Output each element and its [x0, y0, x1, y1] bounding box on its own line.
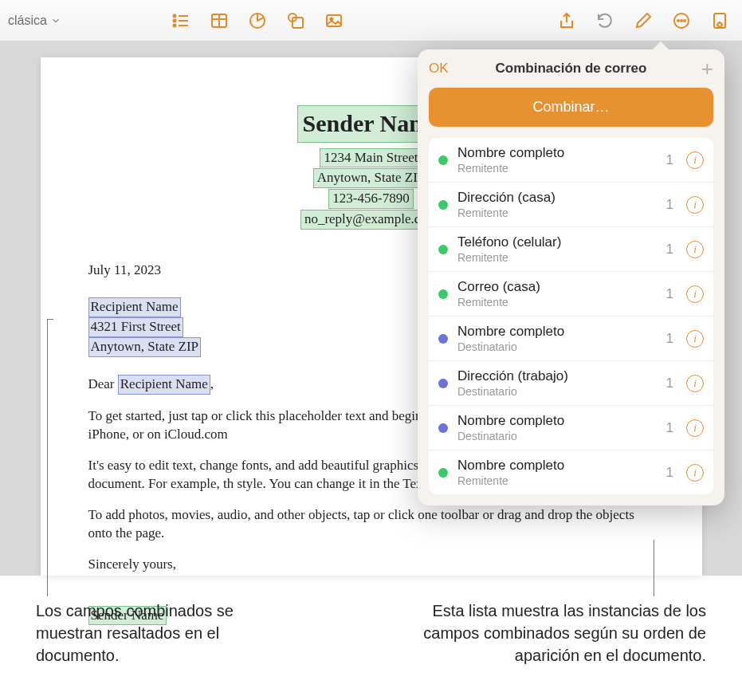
share-icon — [557, 11, 576, 30]
field-name-label: Nombre completo — [457, 324, 657, 340]
field-role-label: Remitente — [457, 206, 657, 219]
info-icon[interactable]: i — [686, 241, 704, 258]
shape-button[interactable] — [281, 6, 310, 35]
field-color-dot — [438, 379, 448, 388]
document-options-button[interactable] — [705, 6, 734, 35]
field-role-label: Remitente — [457, 296, 657, 309]
toolbar: clásica — [0, 0, 742, 41]
field-count: 1 — [666, 465, 673, 481]
info-icon[interactable]: i — [686, 375, 704, 392]
greeting-suffix: , — [210, 376, 214, 391]
merge-field-row[interactable]: Teléfono (celular)Remitente1i — [429, 227, 713, 272]
field-color-dot — [438, 468, 448, 478]
svg-point-0 — [173, 14, 175, 17]
popover-header: OK Combinación de correo + — [429, 61, 713, 77]
merge-field-recipient-city[interactable]: Anytown, State ZIP — [88, 337, 202, 357]
popover-title: Combinación de correo — [418, 61, 724, 77]
document-icon — [710, 11, 729, 30]
field-count: 1 — [666, 197, 673, 213]
info-icon[interactable]: i — [686, 151, 704, 169]
field-name-label: Nombre completo — [457, 413, 657, 429]
merge-field-list: Nombre completoRemitente1iDirección (cas… — [429, 138, 713, 494]
info-icon[interactable]: i — [686, 285, 704, 303]
field-color-dot — [438, 423, 448, 433]
field-text: Correo (casa)Remitente — [457, 279, 657, 309]
body-paragraph[interactable]: To add photos, movies, audio, and other … — [88, 506, 654, 543]
media-icon — [324, 11, 344, 30]
field-count: 1 — [666, 331, 673, 347]
media-button[interactable] — [320, 6, 348, 35]
greeting-prefix: Dear — [88, 376, 118, 391]
info-icon[interactable]: i — [686, 464, 704, 482]
chevron-down-icon — [50, 15, 61, 26]
field-count: 1 — [666, 286, 673, 302]
merge-field-recipient-name[interactable]: Recipient Name — [88, 297, 181, 317]
undo-icon — [595, 11, 614, 30]
callout-right: Esta lista muestra las instancias de los… — [402, 600, 706, 667]
field-count: 1 — [666, 242, 673, 258]
merge-field-row[interactable]: Nombre completoRemitente1i — [429, 138, 713, 183]
info-icon[interactable]: i — [686, 196, 704, 214]
info-icon[interactable]: i — [686, 419, 704, 437]
field-name-label: Nombre completo — [457, 458, 657, 474]
paintbrush-icon — [634, 11, 653, 30]
field-name-label: Correo (casa) — [457, 279, 657, 295]
merge-field-recipient-street[interactable]: 4321 First Street — [88, 317, 183, 337]
merge-field-row[interactable]: Dirección (casa)Remitente1i — [429, 183, 713, 227]
paragraph-style-label: clásica — [8, 14, 47, 28]
field-color-dot — [438, 200, 448, 210]
field-color-dot — [438, 289, 448, 299]
svg-point-17 — [684, 20, 685, 22]
shape-icon — [286, 11, 305, 30]
share-button[interactable] — [552, 6, 581, 35]
merge-field-sender-city[interactable]: Anytown, State ZIP — [313, 168, 430, 188]
field-text: Nombre completoRemitente — [457, 458, 657, 487]
field-role-label: Remitente — [457, 251, 657, 264]
more-button[interactable] — [667, 6, 696, 35]
closing-text[interactable]: Sincerely yours, — [88, 556, 654, 574]
merge-field-sender-phone[interactable]: 123-456-7890 — [328, 189, 413, 209]
format-button[interactable] — [629, 6, 658, 35]
field-count: 1 — [666, 152, 673, 168]
info-icon[interactable]: i — [686, 330, 704, 348]
merge-field-row[interactable]: Nombre completoDestinatario1i — [429, 317, 713, 361]
merge-field-row[interactable]: Nombre completoRemitente1i — [429, 450, 713, 494]
field-color-dot — [438, 155, 448, 165]
field-role-label: Destinatario — [457, 340, 657, 353]
field-color-dot — [438, 245, 448, 254]
merge-field-greeting-name[interactable]: Recipient Name — [118, 375, 210, 395]
field-text: Dirección (trabajo)Destinatario — [457, 368, 657, 398]
list-icon — [171, 11, 190, 30]
chart-button[interactable] — [243, 6, 272, 35]
combine-button[interactable]: Combinar… — [429, 88, 713, 127]
field-text: Nombre completoDestinatario — [457, 324, 657, 353]
svg-point-15 — [677, 20, 679, 22]
merge-field-row[interactable]: Nombre completoDestinatario1i — [429, 406, 713, 450]
merge-field-row[interactable]: Correo (casa)Remitente1i — [429, 272, 713, 317]
field-role-label: Remitente — [457, 162, 657, 175]
field-name-label: Teléfono (celular) — [457, 234, 657, 250]
svg-rect-18 — [714, 14, 725, 28]
callout-left: Los campos combinados se muestran resalt… — [36, 600, 291, 667]
merge-field-row[interactable]: Dirección (trabajo)Destinatario1i — [429, 361, 713, 406]
merge-field-sender-street[interactable]: 1234 Main Street — [320, 148, 422, 168]
svg-rect-12 — [327, 15, 341, 26]
field-name-label: Nombre completo — [457, 145, 657, 161]
table-button[interactable] — [205, 6, 234, 35]
add-field-button[interactable]: + — [701, 61, 713, 77]
field-text: Dirección (casa)Remitente — [457, 190, 657, 219]
callouts: Los campos combinados se muestran resalt… — [0, 576, 742, 667]
svg-point-16 — [681, 20, 682, 22]
paragraph-style-selector[interactable]: clásica — [8, 14, 68, 28]
field-count: 1 — [666, 376, 673, 391]
field-role-label: Remitente — [457, 474, 657, 487]
field-role-label: Destinatario — [457, 385, 657, 398]
field-role-label: Destinatario — [457, 430, 657, 442]
svg-point-4 — [173, 24, 175, 26]
list-button[interactable] — [167, 6, 195, 35]
ok-button[interactable]: OK — [429, 61, 449, 77]
field-color-dot — [438, 334, 448, 344]
field-text: Teléfono (celular)Remitente — [457, 234, 657, 264]
svg-rect-10 — [292, 18, 303, 28]
undo-button[interactable] — [591, 6, 619, 35]
